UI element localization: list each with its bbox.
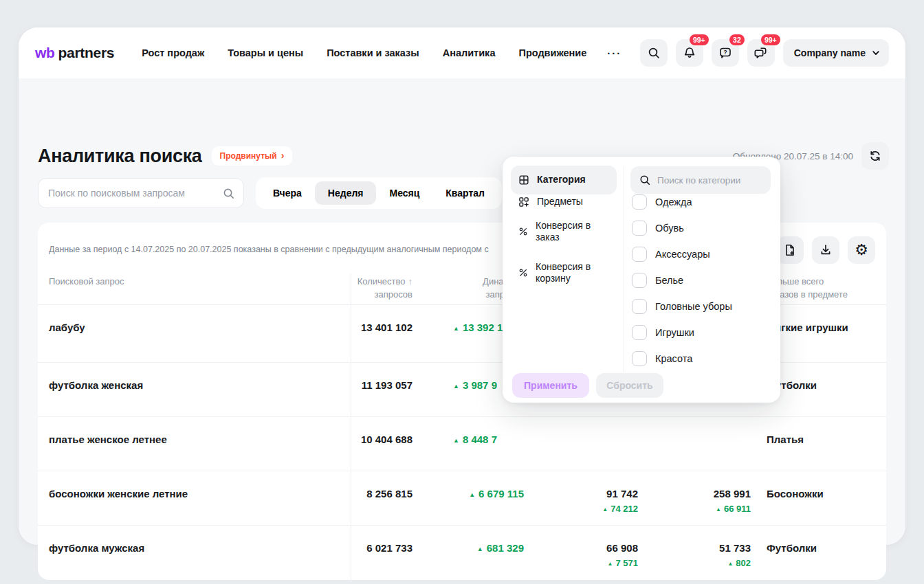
company-selector[interactable]: Company name bbox=[783, 39, 889, 67]
category-option-headwear[interactable]: Головные уборы bbox=[632, 293, 732, 319]
category-option-underwear[interactable]: Белье bbox=[632, 267, 732, 293]
category-option-beauty[interactable]: Красота bbox=[632, 346, 732, 372]
nav-item-promotion[interactable]: Продвижение bbox=[518, 47, 586, 58]
checkbox-icon[interactable] bbox=[632, 299, 647, 314]
up-triangle-icon bbox=[453, 434, 463, 445]
up-triangle-icon bbox=[453, 379, 463, 391]
chat-bubbles-icon bbox=[754, 46, 768, 60]
gear-icon: ⚙ bbox=[855, 243, 868, 258]
page-title: Аналитика поиска bbox=[38, 146, 202, 167]
dynamics-cell: 6 679 115 bbox=[420, 488, 524, 499]
nav-item-sales-growth[interactable]: Рост продаж bbox=[142, 47, 204, 58]
period-week[interactable]: Неделя bbox=[315, 181, 377, 205]
checkbox-icon[interactable] bbox=[632, 194, 647, 210]
logo-wb: wb bbox=[35, 45, 55, 60]
table-row: футболка мужская 6 021 733 681 329 66 90… bbox=[38, 526, 886, 578]
checkbox-icon[interactable] bbox=[632, 221, 647, 236]
checkbox-icon[interactable] bbox=[632, 325, 647, 340]
query-search-input[interactable] bbox=[48, 188, 222, 199]
document-plus-icon bbox=[783, 243, 797, 257]
query-cell: лабубу bbox=[49, 322, 85, 333]
nav-item-analytics[interactable]: Аналитика bbox=[443, 47, 496, 58]
filters-dropdown: Категория Предметы Конверсия в заказ Кон… bbox=[503, 157, 780, 403]
dynamics-cell: 681 329 bbox=[420, 542, 524, 554]
search-icon bbox=[222, 187, 235, 200]
count-cell: 8 256 815 bbox=[230, 488, 412, 499]
subject-cell: Платья bbox=[767, 434, 804, 445]
percent-icon bbox=[518, 267, 529, 278]
category-search-input[interactable] bbox=[657, 175, 762, 186]
up-triangle-icon bbox=[602, 504, 610, 514]
panel-divider bbox=[624, 166, 624, 372]
download-icon bbox=[819, 243, 833, 257]
svg-text:?: ? bbox=[723, 49, 727, 56]
sort-asc-icon bbox=[406, 276, 413, 287]
period-month[interactable]: Месяц bbox=[376, 181, 432, 205]
chat-badge: 99+ bbox=[761, 34, 780, 45]
checkbox-icon[interactable] bbox=[632, 351, 647, 366]
period-quarter[interactable]: Квартал bbox=[432, 181, 498, 205]
nav-more-icon[interactable] bbox=[607, 47, 622, 59]
refresh-button[interactable] bbox=[861, 142, 889, 170]
query-cell: футболка женская bbox=[49, 379, 143, 391]
table-row: платье женское летнее 10 404 688 8 448 7… bbox=[38, 417, 886, 471]
period-yesterday[interactable]: Вчера bbox=[260, 181, 315, 205]
filter-menu-subjects[interactable]: Предметы bbox=[511, 191, 617, 213]
items-cell: 51 733 802 bbox=[668, 542, 751, 568]
category-option-shoes[interactable]: Обувь bbox=[632, 215, 732, 241]
nav-right-group: 99+ ? 32 99+ Company name bbox=[640, 39, 889, 67]
chat-button[interactable]: 99+ bbox=[747, 39, 775, 67]
period-segmented-control: Вчера Неделя Месяц Квартал bbox=[256, 177, 502, 209]
dynamics-cell: 8 448 7 bbox=[420, 434, 524, 445]
help-button[interactable]: ? 32 bbox=[712, 39, 739, 67]
settings-button[interactable]: ⚙ bbox=[848, 236, 875, 264]
nav-links: Рост продаж Товары и цены Поставки и зак… bbox=[142, 47, 586, 58]
reset-button[interactable]: Сбросить bbox=[596, 373, 663, 398]
bell-icon bbox=[683, 46, 696, 60]
up-triangle-icon bbox=[608, 558, 616, 568]
category-options-list: Одежда Обувь Аксессуары Белье Головные у… bbox=[632, 189, 732, 372]
subject-cell: Босоножки bbox=[767, 488, 824, 499]
wb-partners-logo[interactable]: wbpartners bbox=[35, 45, 114, 61]
nav-item-supplies-orders[interactable]: Поставки и заказы bbox=[327, 47, 419, 58]
notifications-button[interactable]: 99+ bbox=[676, 39, 703, 67]
plan-badge[interactable]: Продвинутый bbox=[212, 146, 293, 166]
filter-menu-order-conversion[interactable]: Конверсия в заказ bbox=[511, 218, 617, 245]
chevron-down-icon bbox=[871, 48, 881, 58]
notifications-badge: 99+ bbox=[690, 34, 709, 45]
help-bubble-icon: ? bbox=[718, 46, 732, 60]
items-cell: 258 991 66 911 bbox=[668, 488, 751, 514]
checkbox-icon[interactable] bbox=[632, 247, 647, 262]
checkbox-icon[interactable] bbox=[632, 273, 647, 288]
search-button[interactable] bbox=[640, 39, 668, 67]
logo-partners: partners bbox=[58, 45, 115, 60]
apply-button[interactable]: Применить bbox=[512, 373, 589, 398]
filter-menu-category[interactable]: Категория bbox=[511, 166, 617, 194]
orders-cell: 66 908 7 571 bbox=[556, 542, 638, 568]
col-header-count[interactable]: Количество запросов bbox=[230, 276, 412, 302]
chevron-right-icon bbox=[281, 151, 285, 161]
download-button[interactable] bbox=[812, 236, 839, 264]
category-option-accessories[interactable]: Аксессуары bbox=[632, 241, 732, 267]
company-name: Company name bbox=[794, 47, 866, 58]
query-cell: платье женское летнее bbox=[49, 434, 167, 445]
orders-cell: 91 742 74 212 bbox=[556, 488, 638, 514]
col-header-query: Поисковой запрос bbox=[49, 276, 124, 289]
help-badge: 32 bbox=[729, 34, 745, 45]
plan-badge-label: Продвинутый bbox=[220, 151, 277, 161]
nav-item-goods-prices[interactable]: Товары и цены bbox=[228, 47, 303, 58]
grid-plus-icon bbox=[518, 196, 530, 208]
count-cell: 11 193 057 bbox=[230, 379, 412, 391]
table-actions: ⚙ bbox=[776, 236, 875, 264]
category-option-clothes[interactable]: Одежда bbox=[632, 189, 732, 215]
search-icon bbox=[639, 174, 651, 186]
category-option-toys[interactable]: Игрушки bbox=[632, 319, 732, 346]
refresh-icon bbox=[868, 149, 882, 163]
app-window: wbpartners Рост продаж Товары и цены Пос… bbox=[19, 27, 905, 545]
table-row: босоножки женские летние 8 256 815 6 679… bbox=[38, 471, 886, 526]
filter-menu-cart-conversion[interactable]: Конверсия в корзину bbox=[511, 259, 617, 287]
create-report-button[interactable] bbox=[776, 236, 804, 264]
up-triangle-icon bbox=[469, 488, 478, 499]
query-cell: футболка мужская bbox=[49, 542, 144, 554]
grid-icon bbox=[518, 174, 530, 186]
